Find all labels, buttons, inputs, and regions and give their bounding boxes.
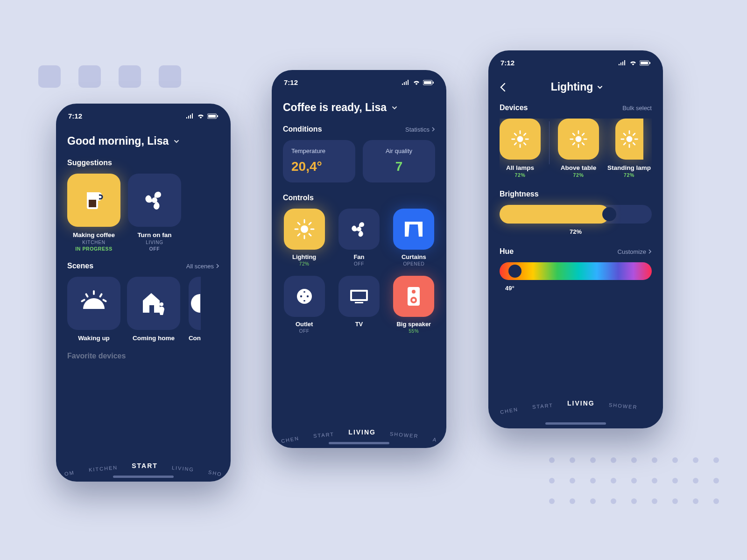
favorites-label: Favorite devices — [67, 352, 219, 360]
device-pct: 72% — [624, 172, 634, 178]
device-pct: 72% — [573, 172, 584, 178]
slider-thumb[interactable] — [602, 207, 616, 221]
svg-line-59 — [573, 143, 575, 145]
suggestion-title: Making coffee — [73, 231, 115, 238]
control-big-speaker[interactable]: Big speaker 55% — [393, 276, 435, 334]
room-nav[interactable]: CHEN START LIVING SHOWER A — [272, 428, 446, 436]
condition-label: Temperature — [291, 147, 347, 154]
conditions-label: Conditions — [283, 125, 322, 133]
control-outlet[interactable]: Outlet OFF — [283, 276, 325, 334]
control-status: OFF — [299, 329, 310, 334]
page-title: Lighting — [551, 81, 593, 93]
room-nav[interactable]: CHEN START LIVING SHOWER — [488, 399, 663, 407]
greeting-text: Good morning, Lisa — [67, 135, 169, 147]
room-nav[interactable]: OM KITCHEN START LIVING SHO — [56, 462, 231, 469]
back-button[interactable] — [500, 83, 506, 92]
svg-rect-15 — [433, 82, 434, 84]
device-name: Above table — [561, 164, 597, 171]
status-bar: 7:12 — [56, 104, 231, 123]
control-fan[interactable]: Fan OFF — [338, 209, 380, 266]
greeting-dropdown[interactable]: Good morning, Lisa — [67, 135, 219, 147]
control-lighting[interactable]: Lighting 72% — [283, 209, 325, 266]
phone-room: 7:12 Coffee is ready, Lisa Conditions St… — [272, 70, 446, 448]
scene-coming-home[interactable]: Coming home — [127, 277, 180, 342]
home-indicator — [545, 422, 606, 425]
page-title-dropdown[interactable]: Lighting — [551, 81, 604, 93]
svg-rect-40 — [641, 62, 648, 64]
controls-label: Controls — [283, 194, 314, 202]
svg-line-23 — [309, 223, 311, 224]
chevron-down-icon — [173, 138, 180, 145]
svg-point-60 — [626, 136, 632, 142]
hue-slider[interactable] — [500, 262, 652, 280]
fan-icon — [338, 209, 380, 250]
scene-title: Waking up — [78, 335, 110, 342]
svg-line-50 — [514, 143, 516, 145]
svg-line-49 — [524, 133, 526, 135]
condition-temperature[interactable]: Temperature 20,4° — [283, 140, 355, 182]
svg-line-57 — [582, 143, 584, 145]
device-above-table[interactable]: Above table 72% — [558, 119, 599, 178]
sun-icon — [500, 119, 541, 160]
tv-icon — [338, 276, 380, 317]
svg-line-58 — [582, 133, 584, 135]
svg-rect-9 — [99, 293, 103, 298]
svg-point-51 — [576, 136, 582, 142]
chevron-down-icon — [391, 105, 398, 111]
svg-rect-8 — [85, 293, 89, 298]
svg-rect-26 — [405, 222, 423, 224]
suggestion-room: LIVING — [146, 240, 163, 245]
control-status: 55% — [409, 329, 419, 334]
status-icons — [186, 113, 218, 119]
control-curtains[interactable]: Curtains OPENED — [393, 209, 435, 266]
greeting-dropdown[interactable]: Coffee is ready, Lisa — [283, 101, 435, 114]
control-tv[interactable]: TV — [338, 276, 380, 334]
svg-point-11 — [160, 302, 163, 306]
scene-waking-up[interactable]: Waking up — [67, 277, 120, 342]
brightness-value: 72% — [500, 228, 652, 235]
chevron-right-icon — [216, 264, 219, 268]
status-icons — [402, 80, 434, 85]
svg-line-48 — [524, 143, 526, 145]
device-pct: 72% — [515, 172, 526, 178]
svg-line-47 — [514, 133, 516, 135]
brightness-slider[interactable] — [500, 205, 652, 224]
svg-line-21 — [298, 223, 300, 224]
bulk-select-link[interactable]: Bulk select — [622, 105, 652, 112]
home-person-icon — [127, 277, 180, 330]
condition-air-quality[interactable]: Air quality 7 — [363, 140, 435, 182]
slider-thumb[interactable] — [508, 265, 521, 278]
home-indicator — [113, 476, 174, 478]
suggestion-turn-on-fan[interactable]: Turn on fan LIVING OFF — [128, 174, 181, 252]
scene-partial[interactable]: Con — [187, 277, 203, 342]
svg-rect-5 — [93, 290, 95, 295]
control-status: OPENED — [403, 261, 424, 266]
scenes-label: Scenes — [67, 262, 93, 270]
divider — [549, 121, 550, 164]
curtains-icon — [393, 209, 434, 250]
statistics-link[interactable]: Statistics — [405, 126, 435, 133]
svg-rect-41 — [649, 62, 650, 64]
hue-label: Hue — [500, 247, 514, 256]
svg-rect-31 — [303, 300, 305, 301]
suggestion-making-coffee[interactable]: Making coffee KITCHEN IN PROGRESS — [67, 174, 120, 252]
phone-lighting: 7:12 Lighting Devices Bulk select — [488, 50, 663, 428]
chevron-down-icon — [597, 84, 603, 91]
status-icons — [618, 60, 651, 66]
greeting-text: Coffee is ready, Lisa — [283, 101, 387, 114]
coffee-icon — [67, 174, 120, 227]
customize-link[interactable]: Customize — [618, 248, 652, 255]
scene-title: Coming home — [133, 335, 175, 342]
device-all-lamps[interactable]: All lamps 72% — [500, 119, 541, 178]
status-time: 7:12 — [500, 59, 514, 67]
status-bar: 7:12 — [488, 50, 663, 70]
svg-rect-14 — [424, 81, 431, 84]
sunrise-icon — [67, 277, 120, 330]
all-scenes-link[interactable]: All scenes — [186, 263, 219, 270]
suggestion-status: IN PROGRESS — [75, 246, 113, 252]
device-standing-lamp[interactable]: Standing lamp 72% — [607, 119, 651, 178]
control-name: TV — [355, 321, 363, 328]
status-bar: 7:12 — [272, 70, 446, 89]
chevron-left-icon — [500, 83, 506, 92]
svg-point-38 — [412, 299, 415, 301]
